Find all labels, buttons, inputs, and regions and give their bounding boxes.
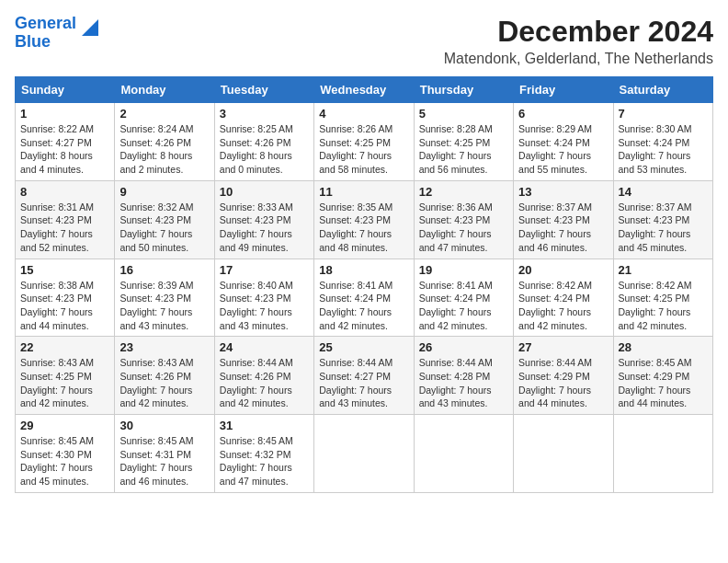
calendar-cell xyxy=(514,415,613,493)
day-info: Sunrise: 8:26 AMSunset: 4:25 PMDaylight:… xyxy=(319,122,408,177)
day-info: Sunrise: 8:37 AMSunset: 4:23 PMDaylight:… xyxy=(518,201,608,255)
logo: GeneralBlue xyxy=(15,15,100,52)
day-number: 19 xyxy=(419,263,508,277)
day-info: Sunrise: 8:33 AMSunset: 4:23 PMDaylight:… xyxy=(220,201,309,255)
calendar-header-thursday: Thursday xyxy=(414,77,513,103)
day-number: 15 xyxy=(20,263,109,277)
day-number: 14 xyxy=(619,185,708,199)
calendar-cell: 25Sunrise: 8:44 AMSunset: 4:27 PMDayligh… xyxy=(314,337,414,415)
day-info: Sunrise: 8:44 AMSunset: 4:27 PMDaylight:… xyxy=(319,356,408,410)
title-block: December 2024 Matendonk, Gelderland, The… xyxy=(444,15,713,67)
calendar-header-sunday: Sunday xyxy=(16,77,115,103)
calendar-week-row: 15Sunrise: 8:38 AMSunset: 4:23 PMDayligh… xyxy=(16,259,713,337)
day-number: 11 xyxy=(319,185,408,199)
day-info: Sunrise: 8:43 AMSunset: 4:25 PMDaylight:… xyxy=(20,356,109,410)
day-info: Sunrise: 8:25 AMSunset: 4:26 PMDaylight:… xyxy=(220,122,309,177)
day-info: Sunrise: 8:36 AMSunset: 4:23 PMDaylight:… xyxy=(419,201,508,255)
day-info: Sunrise: 8:44 AMSunset: 4:26 PMDaylight:… xyxy=(220,356,309,410)
day-number: 3 xyxy=(220,107,309,121)
day-number: 9 xyxy=(119,185,209,199)
day-number: 31 xyxy=(220,419,309,432)
day-info: Sunrise: 8:45 AMSunset: 4:30 PMDaylight:… xyxy=(20,434,109,488)
day-info: Sunrise: 8:42 AMSunset: 4:24 PMDaylight:… xyxy=(518,279,608,333)
page-header: GeneralBlue December 2024 Matendonk, Gel… xyxy=(15,15,713,67)
day-info: Sunrise: 8:32 AMSunset: 4:23 PMDaylight:… xyxy=(119,201,209,255)
calendar-header-monday: Monday xyxy=(115,77,214,103)
calendar-header-saturday: Saturday xyxy=(613,77,712,103)
day-info: Sunrise: 8:41 AMSunset: 4:24 PMDaylight:… xyxy=(319,279,408,333)
calendar-header-tuesday: Tuesday xyxy=(214,77,313,103)
day-info: Sunrise: 8:30 AMSunset: 4:24 PMDaylight:… xyxy=(619,122,708,177)
day-number: 5 xyxy=(419,107,508,121)
calendar-cell xyxy=(613,415,712,493)
calendar-cell: 19Sunrise: 8:41 AMSunset: 4:24 PMDayligh… xyxy=(414,259,513,337)
calendar-cell: 23Sunrise: 8:43 AMSunset: 4:26 PMDayligh… xyxy=(115,337,214,415)
day-number: 30 xyxy=(119,419,209,432)
calendar-cell: 20Sunrise: 8:42 AMSunset: 4:24 PMDayligh… xyxy=(514,259,613,337)
day-number: 7 xyxy=(619,107,708,121)
day-number: 1 xyxy=(20,107,109,121)
calendar-week-row: 1Sunrise: 8:22 AMSunset: 4:27 PMDaylight… xyxy=(16,103,713,181)
calendar-cell: 16Sunrise: 8:39 AMSunset: 4:23 PMDayligh… xyxy=(115,259,214,337)
day-number: 23 xyxy=(119,340,209,354)
logo-text: GeneralBlue xyxy=(15,15,76,52)
day-number: 25 xyxy=(319,340,408,354)
day-number: 8 xyxy=(20,185,109,199)
calendar-cell: 5Sunrise: 8:28 AMSunset: 4:25 PMDaylight… xyxy=(414,103,513,181)
calendar-cell: 2Sunrise: 8:24 AMSunset: 4:26 PMDaylight… xyxy=(115,103,214,181)
subtitle: Matendonk, Gelderland, The Netherlands xyxy=(444,51,713,67)
day-info: Sunrise: 8:37 AMSunset: 4:23 PMDaylight:… xyxy=(619,201,708,255)
calendar-cell: 7Sunrise: 8:30 AMSunset: 4:24 PMDaylight… xyxy=(613,103,712,181)
day-number: 24 xyxy=(220,340,309,354)
calendar-cell: 29Sunrise: 8:45 AMSunset: 4:30 PMDayligh… xyxy=(16,415,115,493)
calendar-cell: 6Sunrise: 8:29 AMSunset: 4:24 PMDaylight… xyxy=(514,103,613,181)
svg-marker-0 xyxy=(82,19,98,36)
calendar-week-row: 22Sunrise: 8:43 AMSunset: 4:25 PMDayligh… xyxy=(16,337,713,415)
calendar-header-wednesday: Wednesday xyxy=(314,77,414,103)
calendar-cell: 30Sunrise: 8:45 AMSunset: 4:31 PMDayligh… xyxy=(115,415,214,493)
day-info: Sunrise: 8:38 AMSunset: 4:23 PMDaylight:… xyxy=(20,279,109,333)
calendar-table: SundayMondayTuesdayWednesdayThursdayFrid… xyxy=(15,76,713,493)
day-info: Sunrise: 8:44 AMSunset: 4:29 PMDaylight:… xyxy=(518,356,608,410)
calendar-cell: 8Sunrise: 8:31 AMSunset: 4:23 PMDaylight… xyxy=(16,180,115,259)
day-info: Sunrise: 8:44 AMSunset: 4:28 PMDaylight:… xyxy=(419,356,508,410)
day-info: Sunrise: 8:45 AMSunset: 4:32 PMDaylight:… xyxy=(220,434,309,488)
calendar-cell: 15Sunrise: 8:38 AMSunset: 4:23 PMDayligh… xyxy=(16,259,115,337)
day-info: Sunrise: 8:35 AMSunset: 4:23 PMDaylight:… xyxy=(319,201,408,255)
calendar-cell: 3Sunrise: 8:25 AMSunset: 4:26 PMDaylight… xyxy=(214,103,313,181)
calendar-header-friday: Friday xyxy=(514,77,613,103)
day-number: 20 xyxy=(518,263,608,277)
day-number: 6 xyxy=(518,107,608,121)
logo-arrow-icon xyxy=(80,17,100,38)
day-number: 12 xyxy=(419,185,508,199)
calendar-cell: 21Sunrise: 8:42 AMSunset: 4:25 PMDayligh… xyxy=(613,259,712,337)
day-number: 21 xyxy=(619,263,708,277)
calendar-cell: 1Sunrise: 8:22 AMSunset: 4:27 PMDaylight… xyxy=(16,103,115,181)
calendar-cell: 12Sunrise: 8:36 AMSunset: 4:23 PMDayligh… xyxy=(414,180,513,259)
calendar-cell: 17Sunrise: 8:40 AMSunset: 4:23 PMDayligh… xyxy=(214,259,313,337)
calendar-cell: 10Sunrise: 8:33 AMSunset: 4:23 PMDayligh… xyxy=(214,180,313,259)
main-title: December 2024 xyxy=(444,15,713,49)
day-number: 13 xyxy=(518,185,608,199)
day-number: 18 xyxy=(319,263,408,277)
calendar-cell: 14Sunrise: 8:37 AMSunset: 4:23 PMDayligh… xyxy=(613,180,712,259)
day-info: Sunrise: 8:40 AMSunset: 4:23 PMDaylight:… xyxy=(220,279,309,333)
day-info: Sunrise: 8:41 AMSunset: 4:24 PMDaylight:… xyxy=(419,279,508,333)
day-number: 16 xyxy=(119,263,209,277)
day-info: Sunrise: 8:45 AMSunset: 4:29 PMDaylight:… xyxy=(619,356,708,410)
day-info: Sunrise: 8:43 AMSunset: 4:26 PMDaylight:… xyxy=(119,356,209,410)
day-info: Sunrise: 8:22 AMSunset: 4:27 PMDaylight:… xyxy=(20,122,109,177)
day-number: 2 xyxy=(119,107,209,121)
day-info: Sunrise: 8:42 AMSunset: 4:25 PMDaylight:… xyxy=(619,279,708,333)
day-number: 17 xyxy=(220,263,309,277)
day-info: Sunrise: 8:24 AMSunset: 4:26 PMDaylight:… xyxy=(119,122,209,177)
day-number: 4 xyxy=(319,107,408,121)
calendar-cell: 24Sunrise: 8:44 AMSunset: 4:26 PMDayligh… xyxy=(214,337,313,415)
calendar-cell: 31Sunrise: 8:45 AMSunset: 4:32 PMDayligh… xyxy=(214,415,313,493)
day-info: Sunrise: 8:29 AMSunset: 4:24 PMDaylight:… xyxy=(518,122,608,177)
day-number: 26 xyxy=(419,340,508,354)
day-number: 10 xyxy=(220,185,309,199)
calendar-cell xyxy=(314,415,414,493)
calendar-cell: 18Sunrise: 8:41 AMSunset: 4:24 PMDayligh… xyxy=(314,259,414,337)
day-number: 28 xyxy=(619,340,708,354)
